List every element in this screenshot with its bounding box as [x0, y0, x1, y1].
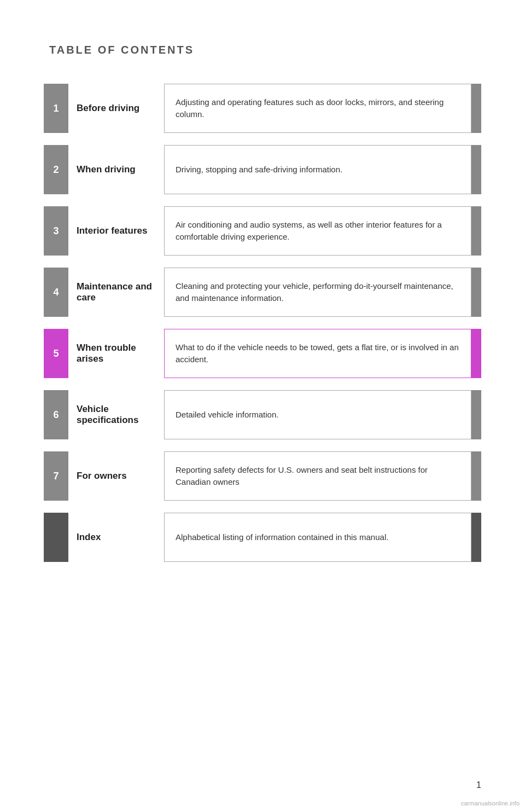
toc-list: 1Before drivingAdjusting and operating f… — [44, 84, 481, 562]
toc-label-2: Interior features — [68, 206, 164, 256]
toc-item: 4Maintenance and careCleaning and protec… — [44, 268, 481, 317]
toc-desc-2: Air conditioning and audio systems, as w… — [164, 206, 471, 256]
toc-accent-5 — [471, 390, 481, 439]
toc-accent-0 — [471, 84, 481, 133]
toc-accent-6 — [471, 451, 481, 501]
toc-item: IndexAlphabetical listing of information… — [44, 513, 481, 562]
toc-desc-4: What to do if the vehicle needs to be to… — [164, 329, 471, 378]
toc-item: 7For ownersReporting safety defects for … — [44, 451, 481, 501]
toc-accent-4 — [471, 329, 481, 378]
toc-number-0: 1 — [44, 84, 68, 133]
toc-number-5: 6 — [44, 390, 68, 439]
toc-number-6: 7 — [44, 451, 68, 501]
toc-number-3: 4 — [44, 268, 68, 317]
toc-item: 3Interior featuresAir conditioning and a… — [44, 206, 481, 256]
toc-number-1: 2 — [44, 145, 68, 194]
toc-item: 6Vehicle specificationsDetailed vehicle … — [44, 390, 481, 439]
page-number: 1 — [476, 780, 481, 790]
toc-label-6: For owners — [68, 451, 164, 501]
toc-item: 2When drivingDriving, stopping and safe-… — [44, 145, 481, 194]
toc-label-0: Before driving — [68, 84, 164, 133]
toc-number-4: 5 — [44, 329, 68, 378]
toc-accent-7 — [471, 513, 481, 562]
toc-label-3: Maintenance and care — [68, 268, 164, 317]
toc-label-7: Index — [68, 513, 164, 562]
toc-desc-5: Detailed vehicle information. — [164, 390, 471, 439]
toc-number-7 — [44, 513, 68, 562]
toc-item: 1Before drivingAdjusting and operating f… — [44, 84, 481, 133]
toc-label-1: When driving — [68, 145, 164, 194]
toc-accent-3 — [471, 268, 481, 317]
watermark: carmanualsonline.info — [461, 800, 520, 807]
toc-label-4: When trouble arises — [68, 329, 164, 378]
toc-desc-6: Reporting safety defects for U.S. owners… — [164, 451, 471, 501]
toc-desc-0: Adjusting and operating features such as… — [164, 84, 471, 133]
toc-item: 5When trouble arisesWhat to do if the ve… — [44, 329, 481, 378]
toc-desc-1: Driving, stopping and safe-driving infor… — [164, 145, 471, 194]
page-title: TABLE OF CONTENTS — [49, 44, 481, 56]
toc-accent-1 — [471, 145, 481, 194]
toc-desc-7: Alphabetical listing of information cont… — [164, 513, 471, 562]
toc-number-2: 3 — [44, 206, 68, 256]
toc-desc-3: Cleaning and protecting your vehicle, pe… — [164, 268, 471, 317]
toc-accent-2 — [471, 206, 481, 256]
toc-label-5: Vehicle specifications — [68, 390, 164, 439]
page: TABLE OF CONTENTS 1Before drivingAdjusti… — [0, 0, 525, 812]
